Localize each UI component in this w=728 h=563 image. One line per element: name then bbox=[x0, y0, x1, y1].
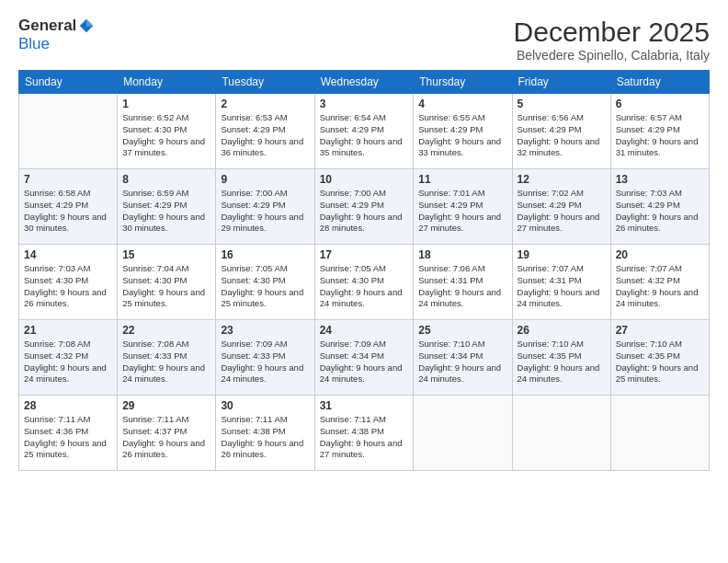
header-tuesday: Tuesday bbox=[216, 71, 314, 94]
day-info: Sunrise: 7:11 AMSunset: 4:38 PMDaylight:… bbox=[221, 414, 309, 461]
day-info: Sunrise: 7:05 AMSunset: 4:30 PMDaylight:… bbox=[320, 263, 409, 310]
title-block: December 2025 Belvedere Spinello, Calabr… bbox=[514, 17, 710, 63]
header-monday: Monday bbox=[118, 71, 216, 94]
day-info: Sunrise: 6:52 AMSunset: 4:30 PMDaylight:… bbox=[122, 112, 210, 159]
header-sunday: Sunday bbox=[19, 71, 118, 94]
header-saturday: Saturday bbox=[610, 71, 709, 94]
calendar-day-cell: 17Sunrise: 7:05 AMSunset: 4:30 PMDayligh… bbox=[314, 245, 414, 320]
calendar-day-cell: 1Sunrise: 6:52 AMSunset: 4:30 PMDaylight… bbox=[118, 94, 216, 169]
calendar-week-row: 21Sunrise: 7:08 AMSunset: 4:32 PMDayligh… bbox=[19, 320, 710, 396]
day-number: 16 bbox=[221, 248, 309, 261]
day-number: 2 bbox=[221, 98, 309, 110]
day-number: 24 bbox=[320, 324, 409, 337]
day-info: Sunrise: 7:11 AMSunset: 4:38 PMDaylight:… bbox=[320, 414, 409, 461]
calendar-day-cell: 20Sunrise: 7:07 AMSunset: 4:32 PMDayligh… bbox=[610, 245, 709, 320]
calendar-day-cell: 14Sunrise: 7:03 AMSunset: 4:30 PMDayligh… bbox=[19, 245, 118, 320]
day-info: Sunrise: 7:09 AMSunset: 4:34 PMDaylight:… bbox=[320, 339, 409, 385]
calendar-day-cell: 25Sunrise: 7:10 AMSunset: 4:34 PMDayligh… bbox=[414, 320, 512, 396]
day-number: 23 bbox=[221, 324, 309, 337]
calendar-day-cell: 22Sunrise: 7:08 AMSunset: 4:33 PMDayligh… bbox=[118, 320, 216, 396]
day-number: 17 bbox=[320, 248, 409, 261]
header-wednesday: Wednesday bbox=[314, 71, 414, 94]
day-number: 12 bbox=[518, 173, 606, 186]
day-number: 1 bbox=[122, 98, 210, 110]
day-info: Sunrise: 7:06 AMSunset: 4:31 PMDaylight:… bbox=[418, 263, 506, 310]
day-info: Sunrise: 7:10 AMSunset: 4:34 PMDaylight:… bbox=[418, 339, 506, 385]
day-number: 29 bbox=[122, 399, 210, 412]
calendar-day-cell: 2Sunrise: 6:53 AMSunset: 4:29 PMDaylight… bbox=[216, 94, 314, 169]
day-info: Sunrise: 7:08 AMSunset: 4:33 PMDaylight:… bbox=[122, 339, 210, 385]
calendar-week-row: 7Sunrise: 6:58 AMSunset: 4:29 PMDaylight… bbox=[19, 169, 710, 245]
calendar-day-cell: 29Sunrise: 7:11 AMSunset: 4:37 PMDayligh… bbox=[118, 396, 216, 471]
day-number: 11 bbox=[418, 173, 506, 186]
logo-icon bbox=[78, 17, 95, 34]
day-number: 22 bbox=[122, 324, 210, 337]
day-info: Sunrise: 7:11 AMSunset: 4:37 PMDaylight:… bbox=[122, 414, 210, 461]
calendar-day-cell: 21Sunrise: 7:08 AMSunset: 4:32 PMDayligh… bbox=[19, 320, 118, 396]
svg-marker-1 bbox=[86, 19, 93, 27]
calendar-day-cell: 11Sunrise: 7:01 AMSunset: 4:29 PMDayligh… bbox=[414, 169, 512, 245]
day-info: Sunrise: 7:10 AMSunset: 4:35 PMDaylight:… bbox=[616, 339, 704, 385]
calendar-week-row: 14Sunrise: 7:03 AMSunset: 4:30 PMDayligh… bbox=[19, 245, 710, 320]
page: General Blue December 2025 Belvedere Spi… bbox=[0, 0, 728, 563]
location: Belvedere Spinello, Calabria, Italy bbox=[514, 48, 710, 63]
month-title: December 2025 bbox=[514, 17, 710, 48]
day-number: 8 bbox=[122, 173, 210, 186]
calendar-day-cell: 16Sunrise: 7:05 AMSunset: 4:30 PMDayligh… bbox=[216, 245, 314, 320]
calendar-day-cell bbox=[19, 94, 118, 169]
day-info: Sunrise: 7:07 AMSunset: 4:32 PMDaylight:… bbox=[616, 263, 704, 310]
day-number: 20 bbox=[616, 248, 704, 261]
calendar-day-cell: 9Sunrise: 7:00 AMSunset: 4:29 PMDaylight… bbox=[216, 169, 314, 245]
calendar-day-cell: 19Sunrise: 7:07 AMSunset: 4:31 PMDayligh… bbox=[512, 245, 610, 320]
day-info: Sunrise: 7:03 AMSunset: 4:29 PMDaylight:… bbox=[616, 188, 704, 235]
day-number: 15 bbox=[122, 248, 210, 261]
logo-general-text: General bbox=[18, 17, 76, 35]
calendar-day-cell: 8Sunrise: 6:59 AMSunset: 4:29 PMDaylight… bbox=[118, 169, 216, 245]
day-number: 19 bbox=[518, 248, 606, 261]
logo-blue-text: Blue bbox=[18, 35, 50, 52]
day-info: Sunrise: 7:10 AMSunset: 4:35 PMDaylight:… bbox=[518, 339, 606, 385]
day-info: Sunrise: 7:11 AMSunset: 4:36 PMDaylight:… bbox=[24, 414, 112, 461]
day-number: 7 bbox=[24, 173, 112, 186]
calendar-day-cell: 7Sunrise: 6:58 AMSunset: 4:29 PMDaylight… bbox=[19, 169, 118, 245]
calendar-day-cell: 13Sunrise: 7:03 AMSunset: 4:29 PMDayligh… bbox=[610, 169, 709, 245]
calendar-day-cell: 30Sunrise: 7:11 AMSunset: 4:38 PMDayligh… bbox=[216, 396, 314, 471]
day-number: 31 bbox=[320, 399, 409, 412]
day-number: 14 bbox=[24, 248, 112, 261]
day-number: 3 bbox=[320, 98, 409, 110]
logo: General Blue bbox=[18, 17, 95, 53]
day-number: 27 bbox=[616, 324, 704, 337]
calendar-day-cell: 31Sunrise: 7:11 AMSunset: 4:38 PMDayligh… bbox=[314, 396, 414, 471]
day-info: Sunrise: 6:53 AMSunset: 4:29 PMDaylight:… bbox=[221, 112, 309, 159]
calendar-day-cell bbox=[414, 396, 512, 471]
day-info: Sunrise: 6:58 AMSunset: 4:29 PMDaylight:… bbox=[24, 188, 112, 235]
day-info: Sunrise: 7:08 AMSunset: 4:32 PMDaylight:… bbox=[24, 339, 112, 385]
day-number: 21 bbox=[24, 324, 112, 337]
calendar-day-cell: 10Sunrise: 7:00 AMSunset: 4:29 PMDayligh… bbox=[314, 169, 414, 245]
calendar-day-cell: 12Sunrise: 7:02 AMSunset: 4:29 PMDayligh… bbox=[512, 169, 610, 245]
day-info: Sunrise: 7:02 AMSunset: 4:29 PMDaylight:… bbox=[518, 188, 606, 235]
day-info: Sunrise: 7:01 AMSunset: 4:29 PMDaylight:… bbox=[418, 188, 506, 235]
day-info: Sunrise: 6:54 AMSunset: 4:29 PMDaylight:… bbox=[320, 112, 409, 159]
calendar-week-row: 28Sunrise: 7:11 AMSunset: 4:36 PMDayligh… bbox=[19, 396, 710, 471]
day-info: Sunrise: 6:57 AMSunset: 4:29 PMDaylight:… bbox=[616, 112, 704, 159]
calendar-week-row: 1Sunrise: 6:52 AMSunset: 4:30 PMDaylight… bbox=[19, 94, 710, 169]
day-number: 13 bbox=[616, 173, 704, 186]
day-info: Sunrise: 7:05 AMSunset: 4:30 PMDaylight:… bbox=[221, 263, 309, 310]
day-number: 9 bbox=[221, 173, 309, 186]
calendar-day-cell: 3Sunrise: 6:54 AMSunset: 4:29 PMDaylight… bbox=[314, 94, 414, 169]
day-info: Sunrise: 7:04 AMSunset: 4:30 PMDaylight:… bbox=[122, 263, 210, 310]
day-info: Sunrise: 6:55 AMSunset: 4:29 PMDaylight:… bbox=[418, 112, 506, 159]
day-info: Sunrise: 6:56 AMSunset: 4:29 PMDaylight:… bbox=[518, 112, 606, 159]
day-number: 18 bbox=[418, 248, 506, 261]
calendar-day-cell bbox=[610, 396, 709, 471]
calendar-day-cell: 15Sunrise: 7:04 AMSunset: 4:30 PMDayligh… bbox=[118, 245, 216, 320]
day-info: Sunrise: 7:00 AMSunset: 4:29 PMDaylight:… bbox=[320, 188, 409, 235]
day-number: 4 bbox=[418, 98, 506, 110]
calendar-day-cell: 23Sunrise: 7:09 AMSunset: 4:33 PMDayligh… bbox=[216, 320, 314, 396]
day-info: Sunrise: 7:07 AMSunset: 4:31 PMDaylight:… bbox=[518, 263, 606, 310]
day-number: 25 bbox=[418, 324, 506, 337]
calendar-day-cell: 26Sunrise: 7:10 AMSunset: 4:35 PMDayligh… bbox=[512, 320, 610, 396]
calendar-day-cell: 4Sunrise: 6:55 AMSunset: 4:29 PMDaylight… bbox=[414, 94, 512, 169]
calendar-header-row: Sunday Monday Tuesday Wednesday Thursday… bbox=[19, 71, 710, 94]
